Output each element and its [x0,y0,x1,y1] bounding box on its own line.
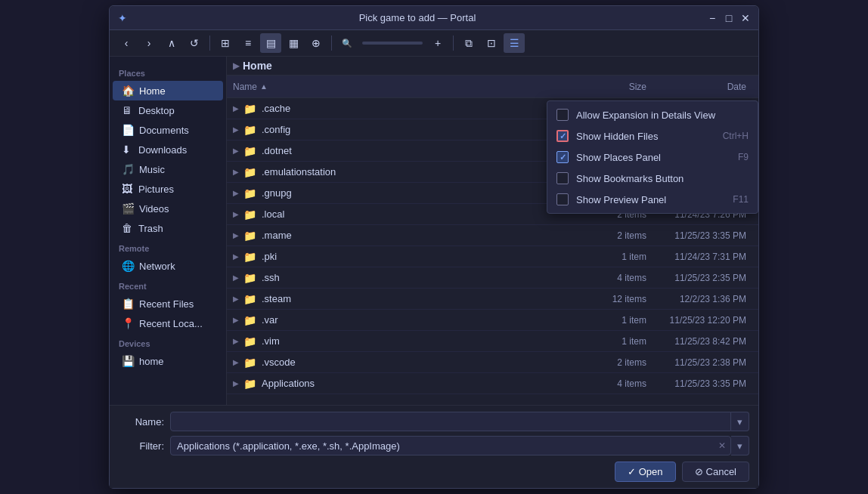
videos-icon: 🎬 [122,202,135,215]
file-name: .vscode [262,357,586,368]
sidebar-item-home-label: Home [139,85,166,97]
expand-icon[interactable]: ▶ [233,231,243,239]
expand-icon[interactable]: ▶ [233,210,243,218]
sidebar-item-home-device[interactable]: 💾 home [113,351,223,371]
zoom-slider[interactable] [362,42,423,45]
expand-icon[interactable]: ▶ [233,273,243,282]
menu-item-label-show-bookmarks: Show Bookmarks Button [576,173,749,184]
up-button[interactable]: ∧ [161,33,182,53]
minimize-button[interactable]: − [705,11,719,25]
file-name: .mame [262,230,586,241]
name-dropdown-button[interactable]: ▾ [731,412,749,431]
filter-dropdown-button[interactable]: ▾ [731,436,749,455]
sidebar-item-desktop[interactable]: 🖥 Desktop [113,100,223,120]
sidebar-item-documents-label: Documents [139,125,189,136]
pictures-icon: 🖼 [122,183,134,195]
sidebar-item-videos[interactable]: 🎬 Videos [113,199,223,218]
sidebar-item-network[interactable]: 🌐 Network [113,256,223,276]
expand-icon[interactable]: ▶ [233,295,243,303]
sidebar: Places 🏠 Home 🖥 Desktop 📄 Documents ⬇ Do… [110,57,227,405]
table-row[interactable]: ▶ 📁 .mame 2 items 11/25/23 3:35 PM [227,225,758,246]
filter-clear-button[interactable]: ✕ [714,437,730,454]
checkbox-show-preview[interactable] [556,193,569,205]
table-row[interactable]: ▶ 📁 .var 1 item 11/25/23 12:20 PM [227,310,758,331]
filter-input[interactable] [171,440,714,452]
menu-item-show-places[interactable]: ✓ Show Places Panel F9 [547,147,758,168]
table-row[interactable]: ▶ 📁 .vscode 2 items 11/25/23 2:38 PM [227,352,758,373]
file-date: 12/2/23 1:36 PM [646,294,752,304]
back-button[interactable]: ‹ [116,33,137,53]
folder-icon: 📁 [243,145,259,157]
table-row[interactable]: ▶ 📁 .pki 1 item 11/24/23 7:31 PM [227,246,758,267]
preview-button[interactable]: ▦ [283,33,304,53]
sidebar-item-recent-locations[interactable]: 📍 Recent Loca... [113,313,223,333]
open-button[interactable]: ✓ Open [615,462,676,482]
sidebar-item-pictures[interactable]: 🖼 Pictures [113,179,223,199]
expand-icon[interactable]: ▶ [233,104,243,113]
table-row[interactable]: ▶ 📁 .steam 12 items 12/2/23 1:36 PM [227,289,758,310]
forward-button[interactable]: › [138,33,160,53]
new-tab-button[interactable]: ⧉ [458,33,479,53]
compact-view-button[interactable]: ≡ [237,33,259,53]
expand-icon[interactable]: ▶ [233,337,243,345]
expand-icon[interactable]: ▶ [233,252,243,261]
icon-view-button[interactable]: ⊞ [215,33,236,53]
expand-icon[interactable]: ▶ [233,379,243,387]
sidebar-item-recent-files[interactable]: 📋 Recent Files [113,294,223,313]
checkbox-allow-expansion[interactable] [556,109,569,121]
sidebar-item-recent-locations-label: Recent Loca... [139,318,203,329]
new-window-icon: ⊡ [487,37,496,49]
new-window-button[interactable]: ⊡ [481,33,502,53]
expand-icon[interactable]: ▶ [233,316,243,324]
sidebar-item-documents[interactable]: 📄 Documents [113,120,223,140]
close-button[interactable]: ✕ [739,11,752,25]
zoom-in-button[interactable]: + [427,33,448,53]
checkbox-show-bookmarks[interactable] [556,172,569,184]
expand-icon[interactable]: ▶ [233,125,243,134]
menu-item-shortcut-show-preview: F11 [733,194,749,205]
toolbar-separator-1 [209,36,210,51]
expand-icon[interactable]: ▶ [233,358,243,366]
name-input[interactable] [170,412,731,431]
refresh-button[interactable]: ↺ [184,33,205,53]
column-header-name[interactable]: Name ▲ [233,82,586,92]
sidebar-item-trash[interactable]: 🗑 Trash [113,218,223,238]
file-size: 1 item [586,252,646,262]
file-date: 11/24/23 7:31 PM [646,252,752,262]
column-header-size[interactable]: Size [586,82,646,92]
column-header-date[interactable]: Date [646,82,752,92]
options-button[interactable]: ☰ [504,33,525,53]
sidebar-item-music-label: Music [139,164,165,175]
maximize-button[interactable]: □ [722,11,736,25]
expand-icon[interactable]: ▶ [233,189,243,197]
file-name: Applications [262,378,586,389]
detail-view-button[interactable]: ▤ [260,33,281,53]
expand-icon[interactable]: ▶ [233,168,243,176]
cancel-icon: ⊘ [695,466,703,477]
sidebar-item-downloads[interactable]: ⬇ Downloads [113,140,223,159]
checkbox-show-hidden[interactable]: ✓ [556,130,569,142]
checkbox-show-places[interactable]: ✓ [556,151,569,163]
folder-icon: 📁 [243,293,259,305]
folder-icon: 📁 [243,335,259,347]
sidebar-item-music[interactable]: 🎵 Music [113,159,223,179]
menu-item-show-hidden[interactable]: ✓ Show Hidden Files Ctrl+H [547,125,758,147]
file-name: .config [262,124,586,135]
file-name: .var [262,314,586,326]
expand-icon[interactable]: ▶ [233,147,243,155]
menu-item-allow-expansion[interactable]: Allow Expansion in Details View [547,104,758,125]
table-row[interactable]: ▶ 📁 .vim 1 item 11/25/23 8:42 PM [227,331,758,352]
properties-button[interactable]: ⊕ [305,33,327,53]
menu-item-show-preview[interactable]: Show Preview Panel F11 [547,189,758,210]
sidebar-item-home[interactable]: 🏠 Home [113,81,223,100]
table-row[interactable]: ▶ 📁 Applications 4 items 11/25/23 3:35 P… [227,373,758,394]
menu-item-show-bookmarks[interactable]: Show Bookmarks Button [547,168,758,189]
file-name: .pki [262,251,586,262]
file-size: 1 item [586,336,646,347]
file-name: .emulationstation [262,166,586,178]
zoom-out-button[interactable]: 🔍 [336,33,358,53]
table-row[interactable]: ▶ 📁 .ssh 4 items 11/25/23 2:35 PM [227,267,758,289]
recent-files-icon: 📋 [122,298,135,310]
home-device-icon: 💾 [122,355,135,367]
cancel-button[interactable]: ⊘ Cancel [682,462,749,482]
